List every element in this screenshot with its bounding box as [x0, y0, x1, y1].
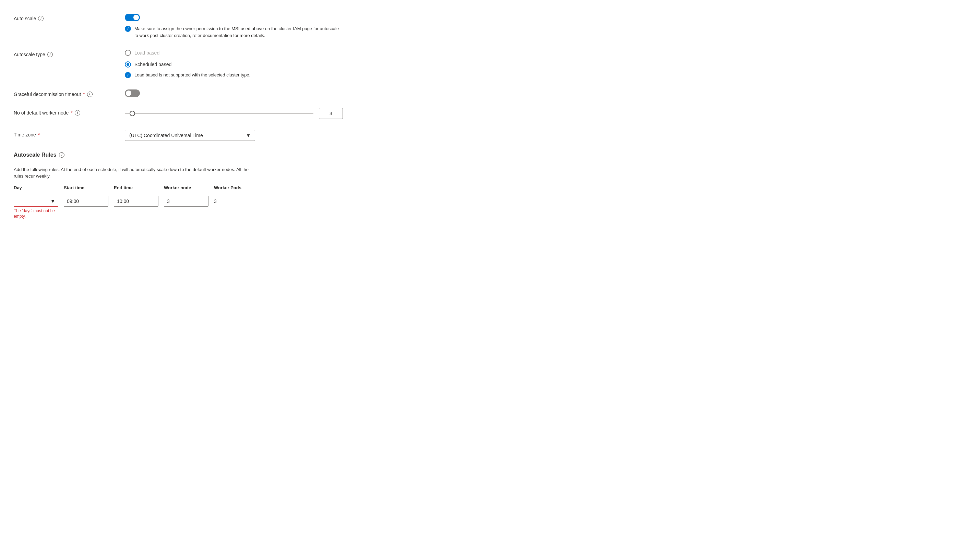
worker-pods-value: 3 [214, 196, 248, 207]
worker-pods-col: 3 [214, 196, 248, 207]
autoscale-info-icon[interactable]: i [38, 16, 43, 21]
worker-node-input[interactable] [164, 196, 209, 207]
default-worker-slider-track[interactable] [125, 113, 313, 114]
start-time-col [64, 196, 108, 207]
radio-load-based-label: Load based [135, 50, 159, 56]
autoscale-control: i Make sure to assign the owner permissi… [125, 14, 343, 39]
autoscale-type-warning-icon: i [125, 72, 131, 78]
graceful-decommission-control [125, 90, 343, 97]
autoscale-row: Auto scale i i Make sure to assign the o… [14, 14, 343, 39]
time-zone-label: Time zone * [14, 130, 117, 138]
autoscale-type-info-icon[interactable]: i [47, 52, 53, 57]
table-header-row: Day Start time End time Worker node Work… [14, 185, 261, 193]
table-row: ▼ The 'days' must not be empty. 3 [14, 193, 261, 220]
autoscale-type-control: Load based Scheduled based i Load based … [125, 50, 343, 79]
end-time-col [114, 196, 159, 207]
graceful-decommission-toggle-thumb [126, 90, 132, 96]
radio-load-based[interactable]: Load based [125, 50, 343, 56]
radio-scheduled-based-input [125, 61, 131, 67]
form-container: Auto scale i i Make sure to assign the o… [14, 14, 343, 220]
time-zone-select[interactable]: (UTC) Coordinated Universal Time ▼ [125, 130, 255, 141]
autoscale-rules-heading: Autoscale Rules i [14, 152, 64, 161]
autoscale-rules-section: Autoscale Rules i Add the following rule… [14, 152, 343, 220]
autoscale-toggle[interactable] [125, 14, 140, 21]
graceful-decommission-toggle[interactable] [125, 90, 140, 97]
autoscale-type-radio-group: Load based Scheduled based [125, 50, 343, 67]
time-zone-value: (UTC) Coordinated Universal Time [129, 133, 203, 138]
col-header-end-time: End time [114, 185, 159, 190]
autoscale-type-warning-text: Load based is not supported with the sel… [135, 72, 250, 79]
time-zone-required: * [38, 132, 40, 138]
autoscale-label: Auto scale i [14, 14, 117, 21]
graceful-decommission-label: Graceful decommission timeout * i [14, 90, 117, 97]
day-error-message: The 'days' must not be empty. [14, 208, 58, 220]
graceful-decommission-row: Graceful decommission timeout * i [14, 90, 343, 97]
default-worker-node-info-icon[interactable]: i [75, 110, 80, 115]
day-dropdown[interactable]: ▼ [14, 196, 58, 207]
default-worker-node-label: No of default worker node * i [14, 108, 117, 115]
autoscale-toggle-thumb [133, 15, 139, 20]
radio-scheduled-dot [127, 63, 129, 66]
time-zone-chevron-icon: ▼ [246, 133, 251, 138]
autoscale-info-text: Make sure to assign the owner permission… [135, 26, 343, 39]
col-header-start-time: Start time [64, 185, 108, 190]
radio-scheduled-based-label: Scheduled based [135, 62, 172, 67]
radio-scheduled-based[interactable]: Scheduled based [125, 61, 343, 67]
graceful-decommission-required: * [83, 91, 85, 97]
autoscale-info-circle: i [125, 26, 131, 32]
autoscale-type-warning-box: i Load based is not supported with the s… [125, 72, 343, 79]
autoscale-rules-info-icon[interactable]: i [59, 152, 64, 158]
autoscale-rules-description: Add the following rules. At the end of e… [14, 166, 254, 180]
day-chevron-icon: ▼ [50, 199, 55, 204]
col-header-worker-pods: Worker Pods [214, 185, 248, 190]
radio-load-based-input [125, 50, 131, 56]
default-worker-node-control: 3 [125, 108, 343, 119]
worker-node-col [164, 196, 209, 207]
time-zone-select-container: (UTC) Coordinated Universal Time ▼ [125, 130, 255, 141]
start-time-input[interactable] [64, 196, 108, 207]
day-col: ▼ The 'days' must not be empty. [14, 196, 58, 220]
autoscale-rules-table: Day Start time End time Worker node Work… [14, 185, 261, 220]
default-worker-slider-container: 3 [125, 108, 343, 119]
time-zone-row: Time zone * (UTC) Coordinated Universal … [14, 130, 343, 141]
autoscale-info-box: i Make sure to assign the owner permissi… [125, 26, 343, 39]
default-worker-node-row: No of default worker node * i 3 [14, 108, 343, 119]
col-header-worker-node: Worker node [164, 185, 209, 190]
autoscale-type-label: Autoscale type i [14, 50, 117, 57]
col-header-day: Day [14, 185, 58, 190]
default-worker-value-input[interactable]: 3 [319, 108, 343, 119]
end-time-input[interactable] [114, 196, 159, 207]
default-worker-slider-thumb[interactable] [130, 111, 135, 116]
graceful-decommission-info-icon[interactable]: i [87, 91, 93, 97]
default-worker-node-required: * [71, 110, 72, 115]
autoscale-type-row: Autoscale type i Load based Scheduled ba… [14, 50, 343, 79]
time-zone-control: (UTC) Coordinated Universal Time ▼ [125, 130, 343, 141]
